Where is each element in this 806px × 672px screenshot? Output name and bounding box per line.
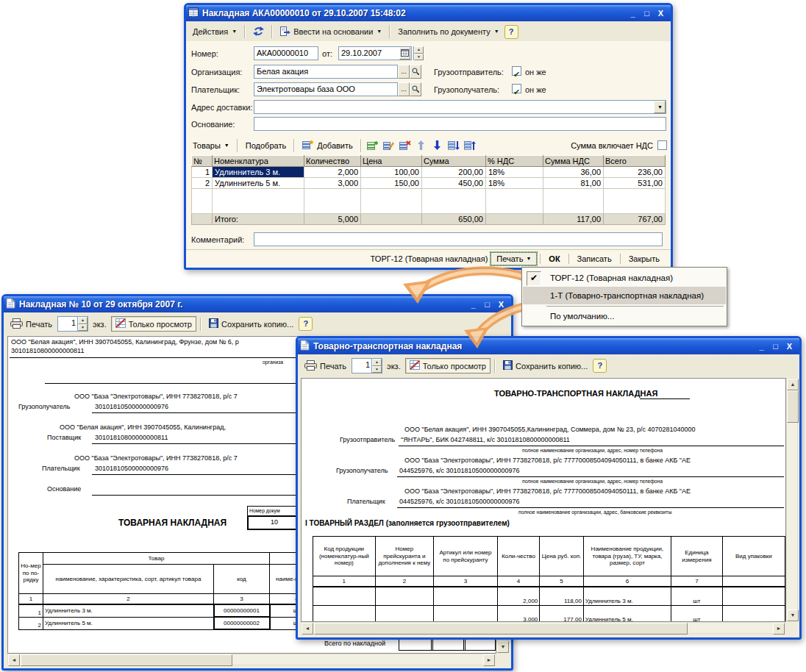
column-header[interactable]: Цена (361, 156, 422, 167)
move-down-button[interactable] (430, 138, 445, 153)
scroll-left-icon[interactable]: ◄ (302, 623, 313, 635)
scrollbar-thumb[interactable] (314, 623, 688, 635)
column-header[interactable]: % НДС (486, 156, 543, 167)
view-only-toggle[interactable]: Только просмотр (111, 316, 196, 332)
spinner-down-icon[interactable]: ▼ (372, 366, 382, 373)
menu-item-1t[interactable]: 1-Т (Товарно-транспортная накладная) (523, 287, 726, 304)
cell-total[interactable]: 531,00 (604, 178, 666, 189)
scroll-left-icon[interactable]: ◄ (8, 654, 20, 666)
maximize-button[interactable]: □ (769, 341, 782, 352)
column-header[interactable]: Сумма (422, 156, 486, 167)
ellipsis-button[interactable]: ... (398, 65, 410, 79)
column-header[interactable]: Количество (304, 156, 361, 167)
spinner-up-icon[interactable]: ▲ (414, 46, 424, 54)
sort-ascending-button[interactable] (446, 138, 461, 153)
cell-vat-sum[interactable]: 81,00 (543, 178, 604, 189)
organization-input[interactable]: Белая акация (254, 65, 398, 79)
save-button[interactable]: Записать (572, 253, 617, 265)
column-header[interactable]: № (192, 156, 213, 167)
save-copy-button[interactable]: Сохранить копию... (205, 317, 297, 331)
cell-vat-sum[interactable]: 36,00 (543, 167, 604, 178)
cell-qty[interactable]: 3,000 (304, 178, 361, 189)
invoice-form-titlebar[interactable]: Накладная АКА00000010 от 29.10.2007 15:4… (186, 5, 671, 21)
table-row[interactable]: 2 Удлиннитель 5 м. 3,000 150,00 450,00 1… (192, 178, 666, 189)
comment-input[interactable] (254, 232, 663, 246)
column-header[interactable]: Всего (604, 156, 666, 167)
sort-descending-button[interactable] (463, 138, 477, 153)
help-button[interactable]: ? (504, 25, 518, 39)
cell-sum[interactable]: 200,00 (422, 167, 486, 178)
print-button[interactable]: Печать ▼ (491, 252, 537, 265)
vat-included-checkbox[interactable] (657, 140, 667, 150)
spinner-down-icon[interactable]: ▼ (414, 54, 424, 61)
help-button[interactable]: ? (593, 359, 607, 373)
maximize-button[interactable]: □ (481, 299, 493, 310)
enter-on-basis-button[interactable]: Ввести на основании ▼ (277, 25, 385, 39)
move-up-button[interactable] (414, 138, 429, 153)
vertical-scrollbar[interactable]: ▲ ▼ (786, 378, 798, 621)
copy-row-button[interactable] (365, 138, 380, 153)
spinner-up-icon[interactable]: ▲ (78, 317, 88, 324)
actions-button[interactable]: Действия ▼ (189, 26, 240, 37)
address-combobox[interactable] (254, 100, 666, 114)
consignee-same-checkbox[interactable]: ✔ (512, 84, 521, 93)
cell-price[interactable]: 100,00 (361, 167, 422, 178)
close-window-button[interactable]: Закрыть (624, 253, 665, 265)
view-only-toggle[interactable]: Только просмотр (405, 358, 491, 373)
cell-num[interactable]: 2 (192, 178, 213, 189)
menu-item-torg12[interactable]: ✔ ТОРГ-12 (Товарная накладная) (523, 269, 726, 287)
copies-input[interactable]: 1 ▲ ▼ (57, 316, 88, 332)
cell-name-selected[interactable]: Удлиннитель 3 м. (213, 167, 304, 178)
close-button[interactable]: X (655, 8, 667, 19)
delete-row-button[interactable] (398, 138, 413, 153)
fill-by-document-button[interactable]: Заполнить по документу ▼ (394, 26, 502, 37)
number-input[interactable]: АКА00000010 (254, 46, 318, 60)
combo-arrow-button[interactable]: ▼ (654, 101, 666, 113)
cell-vat-pct[interactable]: 18% (486, 178, 543, 189)
ok-button[interactable]: ОК (543, 253, 565, 265)
edit-row-button[interactable] (382, 138, 396, 153)
cell-price[interactable]: 150,00 (361, 178, 422, 189)
column-header[interactable]: Номенклатура (213, 156, 304, 167)
scroll-right-icon[interactable]: ► (483, 654, 495, 666)
scrollbar-thumb[interactable] (21, 654, 232, 666)
table-row[interactable]: 1 Удлиннитель 3 м. 2,000 100,00 200,00 1… (192, 167, 666, 178)
ellipsis-button[interactable]: ... (398, 82, 410, 96)
scroll-right-icon[interactable]: ► (773, 623, 785, 635)
maximize-button[interactable]: □ (641, 8, 653, 19)
basis-input[interactable] (254, 117, 666, 131)
copies-input[interactable]: 1 ▲ ▼ (352, 358, 382, 373)
scroll-down-icon[interactable]: ▼ (787, 610, 799, 621)
close-button[interactable]: X (495, 299, 507, 310)
column-header[interactable]: Сумма НДС (543, 156, 604, 167)
horizontal-scrollbar[interactable]: ◄ ► (301, 622, 785, 634)
calendar-button[interactable] (399, 47, 410, 60)
exchange-button[interactable] (249, 25, 268, 39)
ttn-titlebar[interactable]: Товарно-транспортная накладная _ □ X (298, 338, 799, 354)
open-button[interactable] (410, 82, 421, 96)
horizontal-scrollbar[interactable]: ◄ ► (7, 654, 495, 665)
cell-num[interactable]: 1 (192, 167, 213, 178)
cell-qty[interactable]: 2,000 (304, 167, 361, 178)
print-button[interactable]: Печать (7, 317, 56, 332)
torg12-titlebar[interactable]: Накладная № 10 от 29 октября 2007 г. _ □… (4, 296, 511, 312)
minimize-button[interactable]: _ (627, 8, 639, 19)
spinner-up-icon[interactable]: ▲ (372, 359, 382, 366)
minimize-button[interactable]: _ (467, 299, 479, 310)
spinner-down-icon[interactable]: ▼ (78, 324, 88, 332)
scroll-up-icon[interactable]: ▲ (787, 379, 799, 390)
help-button[interactable]: ? (299, 317, 313, 331)
save-copy-button[interactable]: Сохранить копию... (499, 359, 591, 373)
payer-input[interactable]: Электротовары база ООО (254, 82, 398, 96)
cell-name[interactable]: Удлиннитель 5 м. (213, 178, 304, 189)
print-button[interactable]: Печать (301, 359, 350, 373)
scrollbar-thumb[interactable] (787, 390, 799, 423)
goods-menu-button[interactable]: Товары ▼ (189, 140, 233, 151)
minimize-button[interactable]: _ (755, 341, 768, 352)
cell-total[interactable]: 236,00 (604, 167, 666, 178)
cell-sum[interactable]: 450,00 (422, 178, 486, 189)
scroll-down-icon[interactable]: ▼ (497, 641, 509, 653)
open-button[interactable] (410, 65, 421, 79)
pick-button[interactable]: Подобрать (242, 140, 290, 151)
consignor-same-checkbox[interactable]: ✔ (512, 66, 521, 76)
